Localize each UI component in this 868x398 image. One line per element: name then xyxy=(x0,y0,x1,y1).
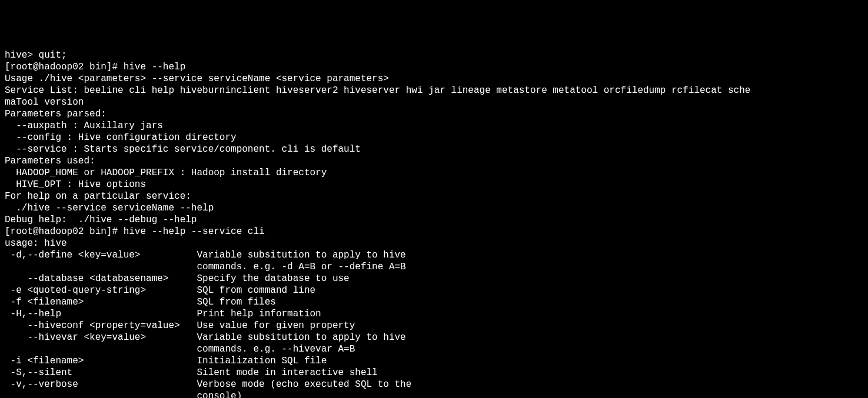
terminal-line: --service : Starts specific service/comp… xyxy=(5,143,863,155)
terminal-line: Parameters used: xyxy=(5,155,863,167)
terminal-line: --config : Hive configuration directory xyxy=(5,132,863,143)
terminal-line: -i <filename> Initialization SQL file xyxy=(5,355,863,367)
terminal-line: maTool version xyxy=(5,96,863,108)
terminal-line: -f <filename> SQL from files xyxy=(5,296,863,308)
terminal-line: --database <databasename> Specify the da… xyxy=(5,273,863,285)
terminal-line: -d,--define <key=value> Variable subsitu… xyxy=(5,249,863,261)
terminal-line: -e <quoted-query-string> SQL from comman… xyxy=(5,285,863,296)
terminal-line: [root@hadoop02 bin]# hive --help xyxy=(5,61,863,73)
terminal-line: For help on a particular service: xyxy=(5,190,863,202)
terminal-line: -S,--silent Silent mode in interactive s… xyxy=(5,367,863,379)
terminal-line: --auxpath : Auxillary jars xyxy=(5,120,863,132)
terminal-line: console) xyxy=(5,390,863,398)
terminal-line: [root@hadoop02 bin]# hive --help --servi… xyxy=(5,226,863,238)
terminal-line: commands. e.g. -d A=B or --define A=B xyxy=(5,261,863,273)
terminal-line: Parameters parsed: xyxy=(5,108,863,120)
terminal-line: --hivevar <key=value> Variable subsituti… xyxy=(5,332,863,343)
terminal-line: ./hive --service serviceName --help xyxy=(5,202,863,214)
terminal-line: Service List: beeline cli help hiveburni… xyxy=(5,85,863,96)
terminal-line: Usage ./hive <parameters> --service serv… xyxy=(5,73,863,85)
terminal-output[interactable]: hive> quit;[root@hadoop02 bin]# hive --h… xyxy=(5,49,863,398)
terminal-line: HIVE_OPT : Hive options xyxy=(5,179,863,190)
terminal-line: HADOOP_HOME or HADOOP_PREFIX : Hadoop in… xyxy=(5,167,863,179)
terminal-line: usage: hive xyxy=(5,238,863,249)
terminal-line: -v,--verbose Verbose mode (echo executed… xyxy=(5,379,863,390)
terminal-line: --hiveconf <property=value> Use value fo… xyxy=(5,320,863,332)
terminal-line: commands. e.g. --hivevar A=B xyxy=(5,343,863,355)
terminal-line: -H,--help Print help information xyxy=(5,308,863,320)
terminal-line: hive> quit; xyxy=(5,49,863,61)
terminal-line: Debug help: ./hive --debug --help xyxy=(5,214,863,226)
